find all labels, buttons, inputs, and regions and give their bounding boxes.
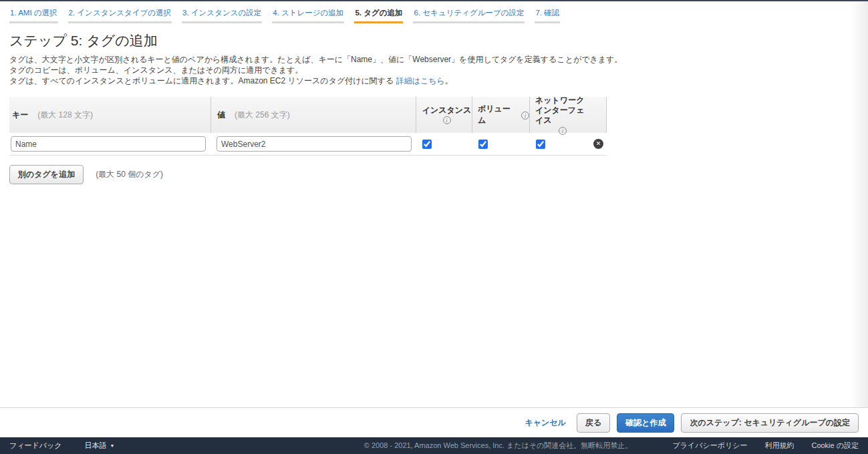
column-header-volumes: ボリューム i [472, 97, 529, 133]
add-another-tag-button[interactable]: 別のタグを追加 [9, 165, 84, 184]
tag-instances-cell [416, 133, 472, 155]
volumes-header-label: ボリューム [478, 103, 517, 126]
tab-4-add-storage[interactable]: 4. ストレージの追加 [272, 7, 344, 23]
key-limit-label: (最大 128 文字) [37, 109, 93, 121]
main-content: ステップ 5: タグの追加 タグは、大文字と小文字が区別されるキーと値のペアから… [0, 23, 868, 184]
tag-volumes-cell [472, 133, 529, 155]
column-header-value: 値 (最大 256 文字) [210, 97, 416, 133]
tag-value-cell [210, 133, 416, 155]
volumes-checkbox[interactable] [478, 140, 488, 149]
description-line-3: タグは、すべてのインスタンスとボリュームに適用されます。Amazon EC2 リ… [9, 75, 859, 86]
cancel-link[interactable]: キャンセル [525, 417, 565, 429]
tag-row: ✕ [9, 133, 607, 156]
page-title: ステップ 5: タグの追加 [9, 31, 859, 50]
privacy-policy-link[interactable]: プライバシーポリシー [672, 441, 747, 451]
value-header-label: 値 [217, 109, 225, 121]
key-header-label: キー [12, 109, 28, 121]
learn-more-link[interactable]: 詳細はこちら [396, 76, 445, 85]
volumes-info-icon[interactable]: i [521, 111, 529, 120]
review-and-launch-button[interactable]: 確認と作成 [617, 413, 674, 433]
remove-tag-icon[interactable]: ✕ [593, 139, 603, 149]
tag-value-input[interactable] [216, 136, 412, 152]
instances-header-label: インスタンス [422, 105, 472, 115]
tag-key-cell [9, 133, 210, 155]
copyright-text: © 2008 - 2021, Amazon Web Services, Inc.… [364, 441, 633, 451]
tags-table-header: キー (最大 128 文字) 値 (最大 256 文字) インスタンス i ボリ… [9, 97, 607, 133]
language-label: 日本語 [85, 441, 107, 451]
feedback-link[interactable]: フィードバック [9, 441, 62, 451]
language-selector[interactable]: 日本語▼ [85, 441, 115, 451]
chevron-down-icon: ▼ [110, 443, 115, 448]
wizard-action-bar: キャンセル 戻る 確認と作成 次のステップ: セキュリティグループの設定 [0, 407, 868, 437]
description-line-1: タグは、大文字と小文字が区別されるキーと値のペアから構成されます。たとえば、キー… [9, 54, 859, 65]
tag-limit-note: (最大 50 個のタグ) [96, 169, 163, 180]
next-step-button[interactable]: 次のステップ: セキュリティグループの設定 [681, 413, 859, 433]
value-limit-label: (最大 256 文字) [235, 109, 290, 121]
tag-remove-cell: ✕ [590, 133, 607, 155]
add-tag-row: 別のタグを追加 (最大 50 個のタグ) [9, 165, 859, 184]
instances-checkbox[interactable] [422, 140, 432, 149]
column-header-network-interfaces: ネットワークインターフェイス i [529, 97, 590, 133]
cookie-settings-link[interactable]: Cookie の設定 [811, 441, 859, 451]
tab-1-choose-ami[interactable]: 1. AMI の選択 [9, 7, 58, 23]
tag-key-input[interactable] [11, 136, 206, 152]
tab-3-configure-instance[interactable]: 3. インスタンスの設定 [182, 7, 262, 23]
legal-links: プライバシーポリシー 利用規約 Cookie の設定 [672, 441, 859, 451]
back-button[interactable]: 戻る [577, 413, 610, 433]
column-header-instances: インスタンス i [416, 97, 472, 133]
tag-network-cell [529, 133, 590, 155]
terms-of-use-link[interactable]: 利用規約 [764, 441, 794, 451]
tags-table: キー (最大 128 文字) 値 (最大 256 文字) インスタンス i ボリ… [9, 97, 607, 156]
description-line-3-period: 。 [445, 76, 453, 85]
console-footer: フィードバック 日本語▼ © 2008 - 2021, Amazon Web S… [0, 437, 868, 454]
description-line-3-text: タグは、すべてのインスタンスとボリュームに適用されます。Amazon EC2 リ… [9, 76, 396, 85]
column-header-remove [590, 97, 607, 133]
column-header-key: キー (最大 128 文字) [9, 97, 210, 133]
tab-6-configure-security-group[interactable]: 6. セキュリティグループの設定 [413, 7, 525, 23]
tab-7-review[interactable]: 7. 確認 [535, 7, 560, 23]
description-line-2: タグのコピーは、ボリューム、インスタンス、またはその両方に適用できます。 [9, 65, 859, 75]
tab-5-add-tags[interactable]: 5. タグの追加 [354, 7, 403, 23]
network-interfaces-checkbox[interactable] [536, 140, 545, 149]
tab-2-choose-instance-type[interactable]: 2. インスタンスタイプの選択 [68, 7, 172, 23]
wizard-step-tabs: 1. AMI の選択 2. インスタンスタイプの選択 3. インスタンスの設定 … [0, 1, 868, 23]
network-interfaces-header-label: ネットワークインターフェイス [535, 95, 590, 126]
instances-info-icon[interactable]: i [443, 116, 451, 124]
